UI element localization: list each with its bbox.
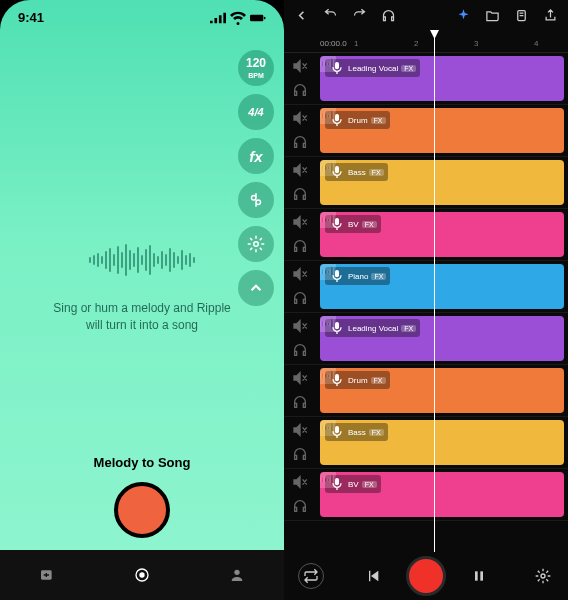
mute-button[interactable] [292, 162, 308, 180]
redo-icon [352, 8, 367, 23]
clip-label: Leading Vocal FX [325, 319, 420, 337]
solo-button[interactable] [292, 498, 308, 516]
headphones-icon [292, 134, 308, 150]
daw-settings-button[interactable] [532, 565, 554, 587]
tune-button[interactable] [238, 182, 274, 218]
waveform-bg [320, 56, 336, 72]
daw-record-button[interactable] [406, 556, 446, 596]
track-controls [284, 105, 316, 156]
audio-clip[interactable]: BV FX [320, 472, 564, 517]
gear-icon [535, 568, 551, 584]
pause-icon [471, 568, 487, 584]
fx-button[interactable]: fx [238, 138, 274, 174]
track-row: Leading Vocal FX [284, 53, 568, 105]
svg-rect-17 [475, 571, 478, 580]
solo-button[interactable] [292, 394, 308, 412]
battery-icon [250, 10, 266, 26]
headphones-icon [292, 394, 308, 410]
waveform-bg [320, 160, 336, 176]
record-nav-icon [134, 567, 150, 583]
mute-button[interactable] [292, 266, 308, 284]
audio-clip[interactable]: Piano FX [320, 264, 564, 309]
timeline-ruler[interactable]: 00:00.0 1 2 3 4 [284, 35, 568, 53]
skip-back-icon [365, 568, 381, 584]
mute-icon [292, 214, 308, 230]
mute-icon [292, 162, 308, 178]
status-indicators [210, 10, 266, 26]
audio-clip[interactable]: Bass FX [320, 420, 564, 465]
sparkle-icon [456, 8, 471, 23]
waveform-bg [320, 212, 336, 228]
status-bar: 9:41 [0, 0, 284, 26]
solo-button[interactable] [292, 238, 308, 256]
mute-button[interactable] [292, 58, 308, 76]
clip-label: Leading Vocal FX [325, 59, 420, 77]
svg-rect-18 [480, 571, 483, 580]
ruler-mark: 3 [474, 39, 478, 48]
solo-button[interactable] [292, 290, 308, 308]
folder-button[interactable] [485, 8, 500, 27]
clipboard-icon [514, 8, 529, 23]
ruler-mark: 1 [354, 39, 358, 48]
loop-icon [303, 568, 319, 584]
back-button[interactable] [294, 8, 309, 27]
track-controls [284, 417, 316, 468]
nav-record[interactable] [130, 563, 154, 587]
nav-profile[interactable] [225, 563, 249, 587]
track-controls [284, 209, 316, 260]
mute-icon [292, 318, 308, 334]
solo-button[interactable] [292, 134, 308, 152]
track-row: Bass FX [284, 157, 568, 209]
waveform-visual [89, 240, 195, 280]
headphones-button[interactable] [381, 8, 396, 27]
solo-button[interactable] [292, 446, 308, 464]
audio-clip[interactable]: Leading Vocal FX [320, 316, 564, 361]
waveform-bg [320, 368, 336, 384]
mute-button[interactable] [292, 318, 308, 336]
nav-add[interactable] [35, 563, 59, 587]
track-row: Bass FX [284, 417, 568, 469]
solo-button[interactable] [292, 342, 308, 360]
pause-button[interactable] [468, 565, 490, 587]
headphones-icon [292, 290, 308, 306]
prev-button[interactable] [362, 565, 384, 587]
track-row: BV FX [284, 469, 568, 521]
audio-clip[interactable]: Drum FX [320, 108, 564, 153]
record-button[interactable] [114, 482, 170, 538]
folder-icon [485, 8, 500, 23]
ruler-mark: 2 [414, 39, 418, 48]
mute-icon [292, 474, 308, 490]
mute-button[interactable] [292, 474, 308, 492]
headphones-icon [292, 498, 308, 514]
track-row: BV FX [284, 209, 568, 261]
mute-button[interactable] [292, 370, 308, 388]
undo-button[interactable] [323, 8, 338, 27]
share-button[interactable] [543, 8, 558, 27]
daw-screen: 00:00.0 1 2 3 4 Leading Vocal FX Drum FX [284, 0, 568, 600]
track-row: Leading Vocal FX [284, 313, 568, 365]
audio-clip[interactable]: Bass FX [320, 160, 564, 205]
bpm-button[interactable]: 120BPM [238, 50, 274, 86]
track-controls [284, 365, 316, 416]
track-controls [284, 261, 316, 312]
track-controls [284, 157, 316, 208]
loop-button[interactable] [298, 563, 324, 589]
redo-button[interactable] [352, 8, 367, 27]
magic-button[interactable] [456, 8, 471, 27]
mute-button[interactable] [292, 110, 308, 128]
mute-button[interactable] [292, 214, 308, 232]
audio-clip[interactable]: BV FX [320, 212, 564, 257]
audio-clip[interactable]: Drum FX [320, 368, 564, 413]
playhead[interactable] [434, 36, 435, 552]
audio-clip[interactable]: Leading Vocal FX [320, 56, 564, 101]
solo-button[interactable] [292, 186, 308, 204]
time-sig-button[interactable]: 4/4 [238, 94, 274, 130]
mute-icon [292, 266, 308, 282]
user-icon [229, 567, 245, 583]
mute-button[interactable] [292, 422, 308, 440]
svg-point-19 [541, 574, 545, 578]
solo-button[interactable] [292, 82, 308, 100]
clipboard-button[interactable] [514, 8, 529, 27]
headphones-icon [292, 446, 308, 462]
bottom-nav [0, 550, 284, 600]
